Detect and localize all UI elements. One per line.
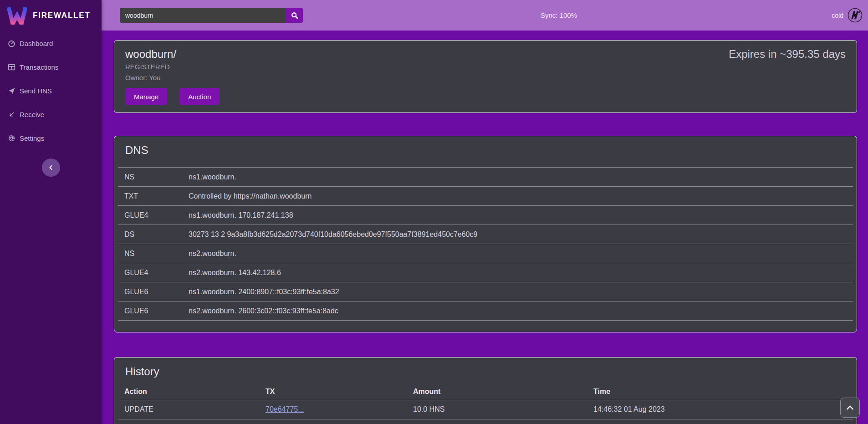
dns-record-value: ns1.woodburn. xyxy=(182,168,853,187)
wallet-name: cold xyxy=(832,12,843,19)
dns-record-row: NSns1.woodburn. xyxy=(118,168,853,187)
sidebar-item-label: Receive xyxy=(20,111,44,118)
dns-record-type: TXT xyxy=(118,187,182,206)
dns-record-type: GLUE4 xyxy=(118,263,182,282)
wallet-switcher[interactable]: cold xyxy=(832,0,863,31)
domain-actions: Manage Auction xyxy=(125,88,846,105)
domain-owner: Owner: You xyxy=(125,73,846,82)
auction-button[interactable]: Auction xyxy=(179,88,220,105)
dns-record-row: TXTControlled by https://nathan.woodburn xyxy=(118,187,853,206)
history-time: 15:47:06 07 Feb 2023 xyxy=(587,419,853,424)
history-table: Action TX Amount Time UPDATE70e64775...1… xyxy=(118,384,853,424)
dns-record-row: GLUE4ns2.woodburn. 143.42.128.6 xyxy=(118,263,853,282)
domain-status: REGISTERED xyxy=(125,62,846,72)
history-header-row: Action TX Amount Time xyxy=(118,384,853,400)
history-card: History Action TX Amount Time UPDATE70e6… xyxy=(114,357,857,424)
history-col-action: Action xyxy=(118,384,259,400)
search-input[interactable] xyxy=(120,8,286,23)
sidebar-item-label: Settings xyxy=(20,134,44,142)
sidebar-item-transactions[interactable]: Transactions xyxy=(0,55,102,79)
domain-card: woodburn/ REGISTERED Owner: You Manage A… xyxy=(114,40,857,113)
dns-record-value: ns2.woodburn. 2600:3c02::f03c:93ff:fe5a:… xyxy=(182,301,853,321)
chevron-left-icon xyxy=(47,164,55,171)
chevron-up-icon xyxy=(846,405,854,410)
search-bar xyxy=(120,8,303,23)
dns-record-type: NS xyxy=(118,168,182,187)
sidebar-nav: Dashboard Transactions Send HNS Receive … xyxy=(0,31,102,150)
sidebar-item-dashboard[interactable]: Dashboard xyxy=(0,31,102,55)
dns-record-value: 30273 13 2 9a3a8fb3d625d2a2073d740f10da6… xyxy=(182,225,853,244)
expires-label: Expires in ~395.35 days xyxy=(729,48,846,61)
topbar: Sync: 100% cold xyxy=(102,0,868,31)
search-icon xyxy=(291,12,298,19)
dns-record-type: GLUE6 xyxy=(118,282,182,301)
receive-icon xyxy=(8,111,15,118)
history-col-time: Time xyxy=(587,384,853,400)
history-amount: 10.0 HNS xyxy=(407,419,587,424)
dns-record-row: DS30273 13 2 9a3a8fb3d625d2a2073d740f10d… xyxy=(118,225,853,244)
brand-name: FIREWALLET xyxy=(33,11,91,20)
history-col-tx: TX xyxy=(259,384,407,400)
sidebar-item-send-hns[interactable]: Send HNS xyxy=(0,79,102,102)
sidebar-item-settings[interactable]: Settings xyxy=(0,126,102,150)
send-icon xyxy=(8,87,15,95)
dns-record-type: DS xyxy=(118,225,182,244)
sidebar-item-label: Transactions xyxy=(20,63,58,71)
dns-record-type: GLUE6 xyxy=(118,301,182,321)
tx-link[interactable]: 70e64775... xyxy=(266,405,304,413)
history-action: UPDATE xyxy=(118,400,259,419)
sidebar-item-receive[interactable]: Receive xyxy=(0,102,102,126)
dns-record-value: Controlled by https://nathan.woodburn xyxy=(182,187,853,206)
dns-record-type: GLUE4 xyxy=(118,206,182,225)
dns-record-value: ns1.woodburn. 2400:8907::f03c:93ff:fe5a:… xyxy=(182,282,853,301)
dns-record-row: GLUE4ns1.woodburn. 170.187.241.138 xyxy=(118,206,853,225)
dns-record-value: ns2.woodburn. 143.42.128.6 xyxy=(182,263,853,282)
dns-card: DNS NSns1.woodburn.TXTControlled by http… xyxy=(114,136,857,332)
firewallet-logo-icon xyxy=(7,6,27,25)
table-icon xyxy=(8,63,15,71)
handshake-logo-icon xyxy=(848,8,863,23)
dns-title: DNS xyxy=(114,136,857,157)
sidebar: FIREWALLET Dashboard Transactions Send H… xyxy=(0,0,102,424)
history-action: RENEW xyxy=(118,419,259,424)
dashboard-icon xyxy=(8,40,15,47)
history-amount: 10.0 HNS xyxy=(407,400,587,419)
sidebar-item-label: Dashboard xyxy=(20,40,53,47)
dns-record-value: ns2.woodburn. xyxy=(182,244,853,263)
sidebar-collapse-button[interactable] xyxy=(42,158,60,177)
history-table-body: UPDATE70e64775...10.0 HNS14:46:32 01 Aug… xyxy=(118,400,853,424)
sidebar-item-label: Send HNS xyxy=(20,87,52,95)
sync-status: Sync: 100% xyxy=(541,0,577,31)
brand[interactable]: FIREWALLET xyxy=(0,0,102,31)
dns-record-row: GLUE6ns2.woodburn. 2600:3c02::f03c:93ff:… xyxy=(118,301,853,321)
dns-record-value: ns1.woodburn. 170.187.241.138 xyxy=(182,206,853,225)
scroll-to-top-button[interactable] xyxy=(840,398,860,418)
history-title: History xyxy=(114,358,857,378)
dns-record-row: NSns2.woodburn. xyxy=(118,244,853,263)
manage-button[interactable]: Manage xyxy=(125,88,167,105)
dns-table: NSns1.woodburn.TXTControlled by https://… xyxy=(118,167,853,321)
gear-icon xyxy=(8,134,15,142)
history-row: RENEWd79c5c1...10.0 HNS15:47:06 07 Feb 2… xyxy=(118,419,853,424)
history-col-amount: Amount xyxy=(407,384,587,400)
history-row: UPDATE70e64775...10.0 HNS14:46:32 01 Aug… xyxy=(118,400,853,419)
dns-record-type: NS xyxy=(118,244,182,263)
history-time: 14:46:32 01 Aug 2023 xyxy=(587,400,853,419)
dns-table-body: NSns1.woodburn.TXTControlled by https://… xyxy=(118,168,853,321)
dns-record-row: GLUE6ns1.woodburn. 2400:8907::f03c:93ff:… xyxy=(118,282,853,301)
search-button[interactable] xyxy=(286,8,303,23)
main-content: woodburn/ REGISTERED Owner: You Manage A… xyxy=(102,31,868,424)
